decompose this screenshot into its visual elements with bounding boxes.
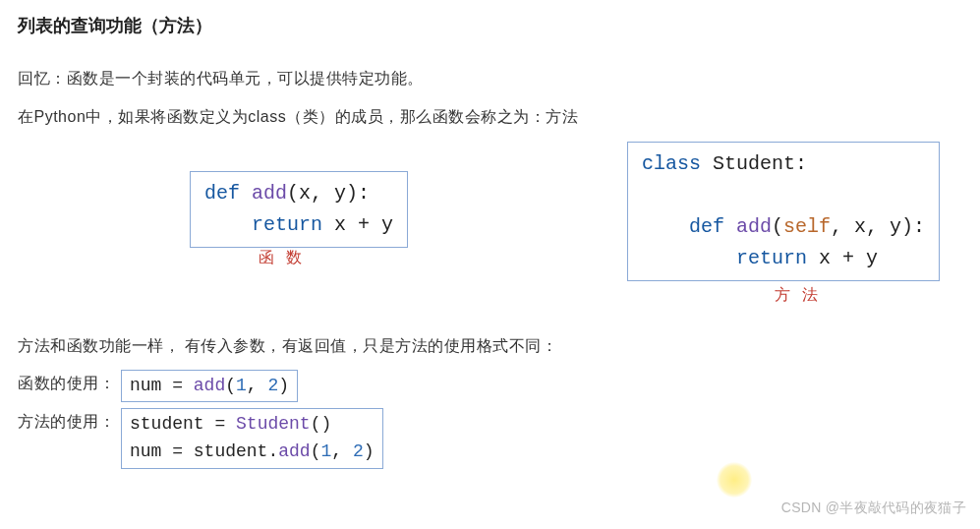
function-usage-code: num = add(1, 2) xyxy=(121,370,298,403)
function-usage-label: 函数的使用： xyxy=(18,370,121,394)
paragraph-difference: 方法和函数功能一样， 有传入参数，有返回值，只是方法的使用格式不同： xyxy=(18,332,962,359)
code-examples-zone: def add(x, y): return x + y 函 数 class St… xyxy=(18,142,962,319)
watermark-text: CSDN @半夜敲代码的夜猫子 xyxy=(781,500,966,517)
kw-def: def xyxy=(204,182,240,205)
kw-class: class xyxy=(642,152,701,175)
highlight-spot xyxy=(717,462,752,498)
paragraph-recall: 回忆：函数是一个封装的代码单元，可以提供特定功能。 xyxy=(18,65,962,91)
method-usage-label: 方法的使用： xyxy=(18,408,121,433)
self-param: self xyxy=(783,215,831,238)
section-title: 列表的查询功能（方法） xyxy=(18,14,962,37)
method-label: 方 法 xyxy=(775,285,822,306)
function-label: 函 数 xyxy=(259,248,306,268)
func-name-add: add xyxy=(240,182,287,205)
method-usage-row: 方法的使用： student = Student() num = student… xyxy=(18,408,962,469)
method-usage-code: student = Student() num = student.add(1,… xyxy=(121,408,383,469)
function-code-box: def add(x, y): return x + y xyxy=(190,171,408,248)
method-code-box: class Student: def add(self, x, y): retu… xyxy=(627,142,940,281)
function-usage-row: 函数的使用： num = add(1, 2) xyxy=(18,370,962,403)
class-name-student: Student xyxy=(701,152,795,175)
paragraph-python-method: 在Python中，如果将函数定义为class（类）的成员，那么函数会称之为：方法 xyxy=(18,103,962,130)
kw-return: return xyxy=(252,213,322,236)
